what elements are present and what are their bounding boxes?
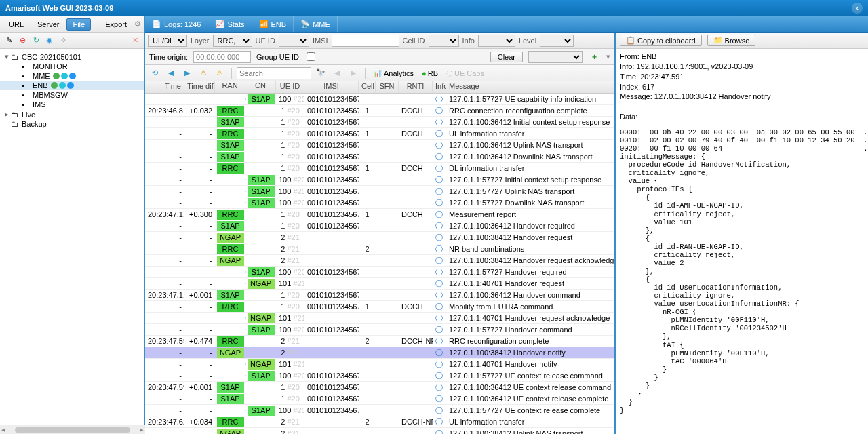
search-input[interactable] <box>237 67 311 79</box>
col-info[interactable]: Info <box>433 81 446 93</box>
table-row[interactable]: - - ▸NGAP 101 #21 ⓘ 127.0.1.1:40701 Hand… <box>145 313 614 324</box>
info-icon[interactable]: ⓘ <box>435 406 443 414</box>
info-icon[interactable]: ⓘ <box>435 256 443 264</box>
table-row[interactable]: - - ▸S1AP 100 #20 001010123456789 ⓘ 127.… <box>145 267 614 278</box>
top-tab[interactable]: 📄Logs: 1246 <box>145 16 208 32</box>
table-row[interactable]: 20:23:47.591 +0.474 RRC▸ 2 #21 2 DCCH-NR… <box>145 336 614 347</box>
info-icon[interactable]: ⓘ <box>435 268 443 276</box>
table-row[interactable]: - - ▸S1AP 100 #20 001010123456789 ⓘ 127.… <box>145 174 614 186</box>
group-ueid-checkbox[interactable] <box>307 52 315 61</box>
alert-icon[interactable]: ⚠ <box>214 67 226 79</box>
tree-item[interactable]: ▪MBMSGW <box>0 90 144 100</box>
imsi-input[interactable] <box>332 35 399 47</box>
col-ue[interactable]: UE ID <box>276 81 304 93</box>
top-tab[interactable]: 📈Stats <box>208 16 252 32</box>
cellid-select[interactable] <box>429 35 459 47</box>
browse-button[interactable]: 📁Browse <box>707 35 756 46</box>
info-icon[interactable]: ⓘ <box>435 360 443 368</box>
table-row[interactable]: - - ▸S1AP 100 #20 001010123456789 ⓘ 127.… <box>145 94 614 105</box>
server-button[interactable]: Server <box>31 18 65 31</box>
next-icon[interactable]: ▶ <box>181 67 193 79</box>
info-icon[interactable]: ⓘ <box>435 130 443 138</box>
info-icon[interactable]: ⓘ <box>435 176 443 184</box>
search-prev-icon[interactable]: ◀ <box>331 67 343 79</box>
table-row[interactable]: - - NGAP▸ 2 #21 ⓘ 127.0.1.100:38412 Hand… <box>145 347 614 359</box>
info-icon[interactable]: ⓘ <box>435 153 443 161</box>
col-imsi[interactable]: IMSI <box>304 81 359 93</box>
info-icon[interactable]: ⓘ <box>435 222 443 230</box>
expand-icon[interactable]: ▸ <box>3 110 11 119</box>
info-icon[interactable]: ⓘ <box>435 372 443 380</box>
info-icon[interactable]: ⓘ <box>435 187 443 195</box>
uldl-select[interactable]: UL/DL <box>148 35 187 47</box>
preset-select[interactable] <box>528 51 583 63</box>
col-diff[interactable]: Time diff. <box>184 81 215 93</box>
tree-backup[interactable]: 🗀 Backup <box>0 119 144 129</box>
clear-button[interactable]: Clear <box>490 52 523 62</box>
time-origin-input[interactable] <box>193 51 251 63</box>
warning-icon[interactable]: ⚠ <box>197 67 210 79</box>
table-row[interactable]: - - ▸S1AP 100 #20 001010123456789 ⓘ 127.… <box>145 370 614 382</box>
uecaps-button[interactable]: ◌UE Caps <box>443 68 487 77</box>
prev-icon[interactable]: ◀ <box>165 67 177 79</box>
table-row[interactable]: 20:23:47.592 +0.001 S1AP▸ 1 #20 00101012… <box>145 382 614 393</box>
info-icon[interactable]: ⓘ <box>435 429 443 435</box>
table-row[interactable]: - - RRC▸ 2 #21 2 ⓘ NR band combinations <box>145 243 614 255</box>
table-row[interactable]: 20:23:46.816 +0.032 RRC▸ 1 #20 001010123… <box>145 105 614 117</box>
level-select[interactable] <box>540 35 574 47</box>
expand-icon[interactable]: ▾ <box>3 52 11 61</box>
layer-select[interactable]: RRC,… <box>213 35 252 47</box>
ueid-select[interactable] <box>279 35 309 47</box>
info-icon[interactable]: ⓘ <box>435 95 443 103</box>
table-row[interactable]: - - ▸NGAP 101 #21 ⓘ 127.0.1.1:40701 Hand… <box>145 278 614 290</box>
tree-item[interactable]: ▪MONITOR <box>0 62 144 71</box>
col-sfn[interactable]: SFN <box>376 81 399 93</box>
col-cell[interactable]: Cell <box>359 81 376 93</box>
table-row[interactable]: - - S1AP▸ 1 #20 001010123456789 ⓘ 127.0.… <box>145 140 614 151</box>
settings-icon[interactable]: ⚙ <box>134 20 141 28</box>
refresh-icon[interactable]: ↻ <box>30 35 42 47</box>
url-button[interactable]: URL <box>3 18 30 31</box>
col-rnti[interactable]: RNTI <box>399 81 433 93</box>
info-icon[interactable]: ⓘ <box>435 106 443 115</box>
info-icon[interactable]: ⓘ <box>435 349 443 357</box>
search-next-icon[interactable]: ▶ <box>347 67 359 79</box>
info-select[interactable] <box>478 35 515 47</box>
col-cn[interactable]: CN <box>245 81 276 93</box>
close-icon[interactable]: ✕ <box>129 35 141 47</box>
info-icon[interactable]: ⓘ <box>435 326 443 334</box>
col-time[interactable]: Time <box>145 81 184 93</box>
menu-icon[interactable]: ▾ <box>606 52 610 61</box>
info-icon[interactable]: ⓘ <box>435 164 443 172</box>
table-row[interactable]: 20:23:47.117 +0.001 S1AP▸ 1 #20 00101012… <box>145 290 614 301</box>
tree-item[interactable]: ▪ENB <box>0 81 144 90</box>
h-scrollbar[interactable]: ◂▸ <box>0 425 145 434</box>
table-row[interactable]: - - RRC▸ 1 #20 001010123456789 1 DCCH ⓘ … <box>145 128 614 140</box>
export-button[interactable]: Export <box>99 18 133 31</box>
info-icon[interactable]: ⓘ <box>435 302 443 311</box>
table-row[interactable]: - - ▸S1AP 100 #20 001010123456789 ⓘ 127.… <box>145 324 614 336</box>
info-icon[interactable]: ⓘ <box>435 233 443 241</box>
info-icon[interactable]: ⓘ <box>435 279 443 288</box>
table-row[interactable]: - - NGAP▸ 2 #21 ⓘ 127.0.1.100:38412 Hand… <box>145 232 614 243</box>
info-icon[interactable]: ⓘ <box>435 245 443 253</box>
file-button[interactable]: File <box>66 18 91 31</box>
table-row[interactable]: - - S1AP▸ 1 #20 001010123456789 ⓘ 127.0.… <box>145 220 614 232</box>
table-row[interactable]: - - S1AP▸ 1 #20 001010123456789 ⓘ 127.0.… <box>145 393 614 405</box>
table-row[interactable]: - - S1AP▸ 1 #20 001010123456789 ⓘ 127.0.… <box>145 117 614 128</box>
refresh-icon[interactable]: ⟲ <box>149 67 161 79</box>
globe-icon[interactable]: ◉ <box>43 35 56 47</box>
info-icon[interactable]: ⓘ <box>435 395 443 403</box>
info-icon[interactable]: ⓘ <box>435 210 443 218</box>
table-row[interactable]: - - NGAP▸ 2 #21 ⓘ 127.0.1.100:38412 Upli… <box>145 428 614 434</box>
table-row[interactable]: - - ▸S1AP 100 #20 001010123456789 ⓘ 127.… <box>145 186 614 197</box>
info-icon[interactable]: ⓘ <box>435 118 443 126</box>
new-icon[interactable]: ✧ <box>57 35 69 47</box>
log-grid[interactable]: Time Time diff. RAN CN UE ID IMSI Cell S… <box>145 81 614 434</box>
col-ran[interactable]: RAN <box>215 81 245 93</box>
tree-live[interactable]: ▸ 🗀 Live <box>0 109 144 119</box>
top-tab[interactable]: 📶ENB <box>252 16 294 32</box>
stop-icon[interactable]: ⊖ <box>16 35 28 47</box>
info-icon[interactable]: ⓘ <box>435 199 443 207</box>
wand-icon[interactable]: ✎ <box>3 35 15 47</box>
